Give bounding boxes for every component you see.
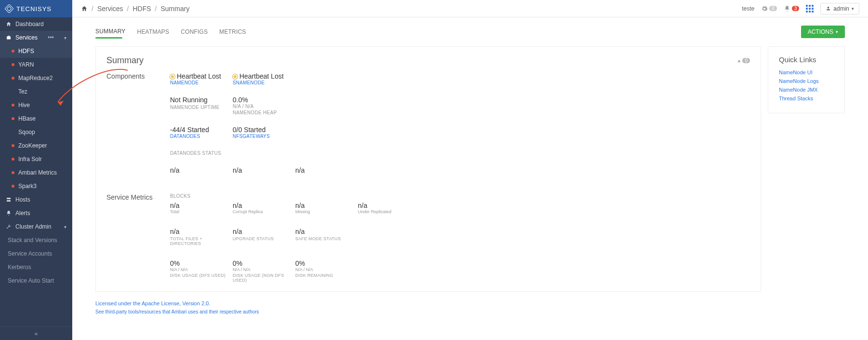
brand[interactable]: TECNISYS [0, 0, 72, 17]
alerts-counter[interactable]: 3 [784, 5, 800, 12]
blocks-label: BLOCKS [170, 193, 750, 199]
briefcase-icon [6, 35, 12, 41]
footer-thirdparty[interactable]: See third-party tools/resources that Amb… [95, 308, 845, 316]
sidebar-service-sqoop[interactable]: Sqoop [0, 125, 72, 139]
sidebar-service-hive[interactable]: Hive [0, 98, 72, 112]
bell-icon [784, 5, 790, 12]
warn-dot-icon [170, 74, 175, 79]
quick-links-title: Quick Links [779, 55, 834, 64]
sidebar-service-hbase[interactable]: HBase [0, 112, 72, 125]
bell-icon [6, 210, 12, 216]
status-dot-icon [12, 50, 14, 53]
blocks-under-v: n/a [358, 202, 421, 209]
main: / Services / HDFS / Summary teste 0 3 [72, 0, 868, 340]
brand-logo-icon [4, 4, 14, 14]
nav-hosts[interactable]: Hosts [0, 193, 72, 206]
nav-dashboard[interactable]: Dashboard [0, 17, 72, 31]
tab-metrics[interactable]: METRICS [219, 26, 246, 38]
tab-summary[interactable]: SUMMARY [95, 25, 126, 38]
dn-status-c: n/a [295, 166, 358, 174]
summary-alert-indicator[interactable]: ▲ 0 [737, 58, 750, 63]
namenode-link[interactable]: NAMENODE [170, 80, 233, 85]
breadcrumb-services[interactable]: Services [97, 5, 123, 13]
quick-link-thread-stacks[interactable]: Thread Stacks [779, 95, 834, 101]
disk-non-s: N/A / N/A [233, 267, 295, 272]
blocks-corrupt-s: Corrupt Replica [233, 209, 295, 214]
datanodes-link[interactable]: DATANODES [170, 134, 233, 139]
sidebar-ca-service-auto-start[interactable]: Service Auto Start [0, 274, 72, 287]
sidebar-ca-service-accounts[interactable]: Service Accounts [0, 247, 72, 260]
disk-dfs-v: 0% [170, 259, 233, 267]
sidebar-service-label: MapReduce2 [18, 75, 53, 82]
disk-non-v: 0% [233, 259, 295, 267]
ops-count: 0 [769, 6, 777, 11]
tabs: SUMMARY HEATMAPS CONFIGS METRICS ACTIONS… [95, 25, 845, 39]
sidebar-service-yarn[interactable]: YARN [0, 58, 72, 71]
safe-c: SAFE MODE STATUS [295, 236, 358, 241]
sidebar-service-mapreduce2[interactable]: MapReduce2 [0, 71, 72, 85]
apps-menu-icon[interactable] [806, 5, 814, 13]
snamenode-link[interactable]: SNAMENODE [233, 80, 295, 85]
summary-title: Summary [106, 55, 144, 66]
nfs-link[interactable]: NFSGATEWAYS [233, 134, 295, 139]
files-c: TOTAL FILES + DIRECTORIES [170, 236, 233, 246]
sidebar-service-infra-solr[interactable]: Infra Solr [0, 152, 72, 166]
sidebar-ca-stack-and-versions[interactable]: Stack and Versions [0, 233, 72, 247]
status-dot-icon [12, 63, 14, 66]
sidebar-service-hdfs[interactable]: HDFS [0, 44, 72, 58]
actions-button[interactable]: ACTIONS ▾ [801, 26, 845, 38]
footer: Licensed under the Apache License, Versi… [95, 299, 845, 316]
dn-status-label: DATANODES STATUS [170, 150, 421, 156]
status-dot-icon [12, 171, 14, 174]
user-menu[interactable]: admin ▾ [820, 3, 859, 14]
ops-counter[interactable]: 0 [761, 5, 777, 12]
status-dot-icon [12, 77, 14, 80]
actions-label: ACTIONS [808, 28, 833, 35]
summary-card: Summary ▲ 0 Components Heartbeat Lost NA [95, 46, 761, 292]
tab-underline [95, 37, 122, 39]
alerts-count: 3 [792, 6, 800, 11]
quick-link-namenode-logs[interactable]: NameNode Logs [779, 78, 834, 84]
sidebar-service-spark3[interactable]: Spark3 [0, 179, 72, 193]
blocks-missing-v: n/a [295, 202, 358, 209]
nfs-block: 0/0 Started NFSGATEWAYS [233, 126, 295, 139]
uptime-caption: NAMENODE UPTIME [170, 105, 233, 110]
quick-link-namenode-jmx[interactable]: NameNode JMX [779, 87, 834, 93]
sidebar-ca-kerberos[interactable]: Kerberos [0, 260, 72, 274]
caret-down-icon: ▾ [836, 29, 838, 34]
nav-cluster-admin-label: Cluster Admin [15, 223, 52, 230]
nav-cluster-admin[interactable]: Cluster Admin ▾ [0, 220, 72, 233]
heap-value: 0.0% [233, 96, 295, 104]
metric-files: n/a TOTAL FILES + DIRECTORIES [170, 228, 233, 246]
sidebar-service-ambari-metrics[interactable]: Ambari Metrics [0, 166, 72, 179]
sidebar-service-tez[interactable]: Tez [0, 85, 72, 98]
nav-alerts-label: Alerts [15, 210, 30, 217]
sidebar-service-label: Infra Solr [18, 156, 42, 163]
disk-rem-s: N/A / N/A [295, 267, 358, 272]
sidebar-collapse[interactable]: « [0, 326, 72, 340]
home-icon[interactable] [81, 5, 88, 12]
sidebar-service-zookeeper[interactable]: ZooKeeper [0, 139, 72, 152]
blocks-under: n/a Under Replicated [358, 202, 421, 214]
sidebar-ca-label: Stack and Versions [8, 237, 57, 244]
nav-alerts[interactable]: Alerts [0, 206, 72, 220]
sidebar: TECNISYS Dashboard Services ••• ▾ HDFSYA… [0, 0, 72, 340]
metric-safe: n/a SAFE MODE STATUS [295, 228, 358, 246]
status-dot-icon [12, 117, 14, 120]
heap-block: 0.0% N/A / N/A NAMENODE HEAP [233, 96, 295, 115]
breadcrumb-service[interactable]: HDFS [132, 5, 151, 13]
tab-heatmaps[interactable]: HEATMAPS [137, 26, 170, 38]
breadcrumb-page: Summary [160, 5, 189, 13]
tab-configs[interactable]: CONFIGS [181, 26, 208, 38]
sidebar-service-label: Tez [18, 88, 27, 95]
status-dot-icon [12, 104, 14, 107]
dn-status-b: n/a [233, 166, 295, 174]
sidebar-service-label: ZooKeeper [18, 142, 47, 149]
nav-services[interactable]: Services ••• ▾ [0, 31, 72, 44]
footer-license[interactable]: Licensed under the Apache License, Versi… [95, 299, 845, 308]
blocks-total-v: n/a [170, 202, 233, 209]
user-icon [826, 6, 831, 11]
quick-link-namenode-ui[interactable]: NameNode UI [779, 69, 834, 75]
summary-alert-count: 0 [742, 58, 750, 63]
snamenode-status: Heartbeat Lost [239, 72, 284, 80]
